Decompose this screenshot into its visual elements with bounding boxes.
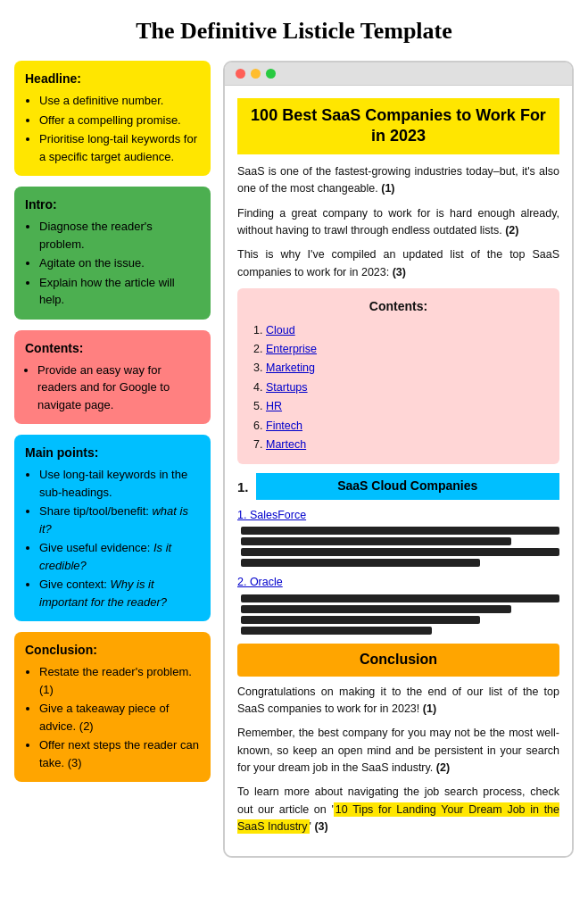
- company-oracle: 2. Oracle: [237, 574, 559, 634]
- contents-item[interactable]: Marketing: [266, 360, 547, 377]
- section-1-header: 1. SaaS Cloud Companies: [237, 473, 559, 500]
- placeholder-line: [241, 594, 559, 602]
- contents-link-hr[interactable]: HR: [266, 400, 282, 412]
- intro-para-1: SaaS is one of the fastest-growing indus…: [237, 163, 559, 198]
- browser-dot-green: [266, 69, 276, 79]
- intro-tip-title: Intro:: [25, 195, 200, 214]
- conclusion-tip-list: Restate the reader's problem. (1) Give a…: [25, 663, 200, 771]
- contents-tip-title: Contents:: [25, 339, 200, 358]
- company-salesforce: 1. SalesForce: [237, 507, 559, 567]
- browser-dot-red: [236, 69, 245, 79]
- page-title: The Definitive Listicle Template: [14, 18, 574, 45]
- main-points-tip-box: Main points: Use long-tail keywords in t…: [14, 435, 211, 621]
- contents-tip-list: Provide an easy way for readers and for …: [25, 361, 200, 414]
- headline-tip-title: Headline:: [25, 70, 200, 88]
- placeholder-line: [241, 627, 432, 635]
- list-item: Diagnose the reader's problem.: [39, 218, 200, 253]
- contents-item[interactable]: Cloud: [266, 322, 547, 339]
- placeholder-line: [241, 537, 511, 545]
- headline-tip-list: Use a definitive number. Offer a compell…: [25, 92, 200, 165]
- main-points-tip-title: Main points:: [25, 444, 200, 462]
- highlighted-link-text: 10 Tips for Landing Your Dream Job in th…: [237, 802, 559, 834]
- list-item: Share tip/tool/benefit: what is it?: [39, 503, 200, 537]
- oracle-lines: [241, 594, 559, 635]
- list-item: Offer next steps the reader can take. (3…: [39, 736, 200, 771]
- contents-list: Cloud Enterprise Marketing Startups HR F…: [250, 322, 547, 454]
- list-item: Provide an easy way for readers and for …: [37, 361, 200, 414]
- contents-box: Contents: Cloud Enterprise Marketing Sta…: [237, 288, 559, 464]
- conclusion-para-1: Congratulations on making it to the end …: [237, 684, 559, 719]
- placeholder-line: [241, 616, 480, 624]
- conclusion-title: Conclusion: [237, 644, 559, 677]
- intro-tip-list: Diagnose the reader's problem. Agitate o…: [25, 218, 200, 309]
- left-sidebar: Headline: Use a definitive number. Offer…: [14, 61, 211, 782]
- oracle-link[interactable]: 2. Oracle: [237, 574, 559, 591]
- intro-tip-box: Intro: Diagnose the reader's problem. Ag…: [14, 187, 211, 320]
- contents-link-martech[interactable]: Martech: [266, 438, 306, 451]
- contents-link-enterprise[interactable]: Enterprise: [266, 343, 317, 355]
- list-item: Explain how the article will help.: [39, 274, 200, 309]
- intro-para-2: Finding a great company to work for is h…: [237, 205, 559, 240]
- contents-link-fintech[interactable]: Fintech: [266, 420, 302, 432]
- contents-item[interactable]: Martech: [266, 436, 547, 453]
- contents-title: Contents:: [250, 297, 547, 317]
- conclusion-para-2: Remember, the best company for you may n…: [237, 725, 559, 777]
- browser-bar: [225, 62, 572, 86]
- placeholder-line: [241, 559, 480, 567]
- salesforce-link[interactable]: 1. SalesForce: [237, 507, 559, 524]
- conclusion-tip-box: Conclusion: Restate the reader's problem…: [14, 632, 211, 782]
- placeholder-line: [241, 548, 559, 556]
- contents-item[interactable]: HR: [266, 398, 547, 415]
- main-points-tip-list: Use long-tail keywords in the sub-headin…: [25, 466, 200, 611]
- contents-item[interactable]: Fintech: [266, 418, 547, 435]
- list-item: Use long-tail keywords in the sub-headin…: [39, 466, 200, 501]
- list-item: Give a takeaway piece of advice. (2): [39, 700, 200, 735]
- conclusion-tip-title: Conclusion:: [25, 641, 200, 660]
- list-item: Use a definitive number.: [39, 92, 200, 110]
- contents-link-marketing[interactable]: Marketing: [266, 361, 315, 374]
- headline-tip-box: Headline: Use a definitive number. Offer…: [14, 61, 211, 176]
- browser-content: 100 Best SaaS Companies to Work For in 2…: [225, 86, 572, 856]
- section-1-title: SaaS Cloud Companies: [256, 473, 559, 500]
- article-title: 100 Best SaaS Companies to Work For in 2…: [237, 98, 559, 154]
- intro-para-3: This is why I've compiled an updated lis…: [237, 246, 559, 281]
- list-item: Give useful evidence: Is it credible?: [39, 539, 200, 574]
- contents-tip-box: Contents: Provide an easy way for reader…: [14, 330, 211, 425]
- placeholder-line: [241, 605, 511, 613]
- list-item: Restate the reader's problem. (1): [39, 663, 200, 698]
- main-layout: Headline: Use a definitive number. Offer…: [14, 61, 574, 858]
- browser-dot-yellow: [251, 69, 261, 79]
- browser-mockup: 100 Best SaaS Companies to Work For in 2…: [223, 61, 574, 858]
- contents-item[interactable]: Enterprise: [266, 341, 547, 358]
- list-item: Agitate on the issue.: [39, 254, 200, 272]
- conclusion-para-3: To learn more about navigating the job s…: [237, 784, 559, 835]
- section-1-number: 1.: [237, 477, 249, 497]
- contents-link-cloud[interactable]: Cloud: [266, 324, 295, 337]
- placeholder-line: [241, 527, 559, 535]
- salesforce-lines: [241, 527, 559, 567]
- list-item: Give context: Why is it important for th…: [39, 576, 200, 611]
- list-item: Prioritise long-tail keywords for a spec…: [39, 130, 200, 165]
- contents-item[interactable]: Startups: [266, 379, 547, 396]
- contents-link-startups[interactable]: Startups: [266, 381, 308, 394]
- list-item: Offer a compelling promise.: [39, 112, 200, 129]
